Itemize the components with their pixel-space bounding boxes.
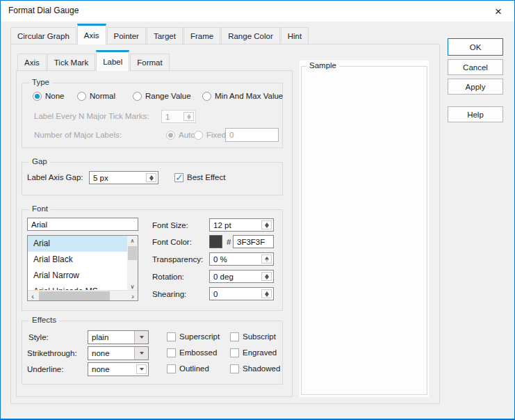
dialog-title: Format Dial Gauge	[8, 6, 79, 15]
radio-min-max-value[interactable]	[202, 92, 211, 101]
subtab-format[interactable]: Format	[130, 54, 169, 70]
subtab-tick-mark[interactable]: Tick Mark	[47, 54, 95, 70]
shearing-spinner[interactable]: 0	[209, 287, 274, 300]
horizontal-scroll-thumb[interactable]	[39, 291, 110, 300]
radio-none[interactable]	[33, 92, 42, 101]
spin-down-icon[interactable]	[149, 178, 154, 181]
spin-down-icon[interactable]	[187, 117, 191, 120]
tab-circular-graph[interactable]: Circular Graph	[10, 27, 76, 44]
font-color-hex-value: 3F3F3F	[237, 238, 265, 246]
font-color-hex-input[interactable]: 3F3F3F	[233, 235, 274, 248]
spin-down-icon[interactable]	[265, 294, 269, 297]
vertical-scroll-thumb[interactable]	[128, 246, 137, 260]
embossed-checkbox[interactable]	[167, 348, 176, 357]
sample-title: Sample	[306, 61, 339, 70]
font-size-spin-buttons[interactable]	[261, 220, 272, 229]
gap-group-title: Gap	[29, 157, 50, 165]
type-group-title: Type	[29, 78, 52, 86]
tab-axis[interactable]: Axis	[77, 24, 106, 45]
list-item-arial-black[interactable]: Arial Black	[28, 252, 127, 268]
font-family-value: Arial	[31, 220, 47, 229]
best-effect-label: Best Effect	[187, 173, 225, 181]
apply-button[interactable]: Apply	[448, 79, 503, 95]
superscript-checkbox[interactable]	[167, 332, 176, 341]
label-axis-gap-spin-buttons[interactable]	[146, 173, 156, 182]
vertical-scrollbar[interactable]: ∧ ∨	[127, 236, 138, 291]
label-every-n-spin-buttons[interactable]	[183, 112, 194, 121]
sub-tabbar: Axis Tick Mark Label Format	[17, 49, 170, 70]
radio-fixed-label: Fixed	[206, 131, 226, 139]
outlined-checkbox[interactable]	[167, 364, 176, 373]
label-axis-gap-value: 5 px	[93, 174, 108, 182]
close-button[interactable]: ×	[487, 2, 510, 20]
cancel-button[interactable]: Cancel	[448, 59, 503, 75]
horizontal-scrollbar[interactable]: ‹ ›	[28, 290, 138, 300]
spin-down-icon[interactable]	[265, 225, 269, 228]
underline-dropdown[interactable]: none	[88, 362, 149, 376]
radio-range-value[interactable]	[133, 92, 142, 101]
engraved-checkbox[interactable]	[230, 348, 239, 357]
rotation-spin-buttons[interactable]	[261, 272, 272, 281]
subtab-axis[interactable]: Axis	[17, 54, 47, 70]
rotation-spinner[interactable]: 0 deg	[209, 270, 274, 283]
list-item-arial-narrow[interactable]: Arial Narrow	[28, 268, 127, 284]
list-item-arial[interactable]: Arial	[28, 236, 127, 252]
effects-group-title: Effects	[29, 316, 59, 324]
font-group-title: Font	[29, 204, 51, 213]
fixed-value: 0	[229, 131, 234, 139]
label-axis-gap-label: Label Axis Gap:	[27, 173, 83, 181]
transparency-spinner[interactable]: 0 %	[209, 252, 274, 266]
fixed-value-input[interactable]: 0	[225, 128, 279, 142]
spin-down-icon[interactable]	[265, 259, 269, 262]
style-dropdown[interactable]: plain	[88, 330, 149, 344]
radio-fixed[interactable]	[194, 131, 203, 140]
tab-target[interactable]: Target	[147, 27, 183, 44]
font-size-value: 12 pt	[213, 221, 231, 229]
transparency-label: Transparency:	[152, 255, 203, 264]
label-every-n-label: Label Every N Major Tick Marks:	[34, 112, 149, 120]
subtab-label[interactable]: Label	[96, 50, 129, 71]
strikethrough-value: none	[92, 349, 110, 357]
sample-panel: Sample	[300, 60, 429, 397]
radio-normal-label: Normal	[90, 92, 115, 100]
subscript-label: Subscript	[243, 332, 276, 341]
rotation-value: 0 deg	[213, 273, 234, 281]
scroll-right-icon[interactable]: ›	[128, 291, 138, 301]
label-every-n-value: 1	[165, 113, 170, 121]
sample-border	[301, 66, 427, 395]
font-color-label: Font Color:	[152, 238, 192, 246]
format-dial-gauge-dialog: Format Dial Gauge × Circular Graph Axis …	[0, 0, 515, 420]
scroll-up-icon[interactable]: ∧	[127, 236, 138, 245]
tab-hint[interactable]: Hint	[281, 27, 309, 44]
spin-down-icon[interactable]	[265, 277, 269, 280]
help-button[interactable]: Help	[448, 106, 503, 122]
dropdown-arrow-icon[interactable]	[136, 364, 147, 374]
font-size-spinner[interactable]: 12 pt	[209, 218, 274, 232]
subscript-checkbox[interactable]	[230, 332, 239, 341]
shearing-label: Shearing:	[152, 290, 186, 298]
tab-range-color[interactable]: Range Color	[221, 27, 280, 44]
label-every-n-spinner[interactable]: 1	[161, 110, 196, 123]
strikethrough-dropdown[interactable]: none	[88, 346, 149, 360]
dropdown-arrow-icon[interactable]	[134, 347, 148, 360]
shadowed-checkbox[interactable]	[230, 364, 239, 373]
tab-frame[interactable]: Frame	[183, 27, 220, 44]
font-family-input[interactable]: Arial	[27, 218, 138, 231]
ok-button[interactable]: OK	[448, 38, 503, 56]
font-color-swatch[interactable]	[209, 235, 222, 248]
underline-label: Underline:	[27, 365, 63, 373]
font-family-list: Arial Arial Black Arial Narrow Arial Uni…	[27, 235, 138, 301]
tab-pointer[interactable]: Pointer	[107, 27, 146, 44]
num-major-labels-label: Number of Major Labels:	[34, 131, 122, 139]
radio-auto[interactable]	[166, 131, 175, 140]
close-icon: ×	[495, 6, 502, 17]
best-effect-checkbox[interactable]	[174, 173, 183, 182]
transparency-spin-buttons[interactable]	[261, 255, 272, 264]
engraved-label: Engraved	[243, 348, 277, 357]
dropdown-arrow-icon[interactable]	[134, 331, 148, 344]
shearing-spin-buttons[interactable]	[261, 289, 272, 298]
radio-normal[interactable]	[77, 92, 86, 101]
main-tabbar: Circular Graph Axis Pointer Target Frame…	[10, 23, 309, 44]
scroll-left-icon[interactable]: ‹	[28, 291, 38, 301]
label-axis-gap-spinner[interactable]: 5 px	[89, 171, 158, 184]
